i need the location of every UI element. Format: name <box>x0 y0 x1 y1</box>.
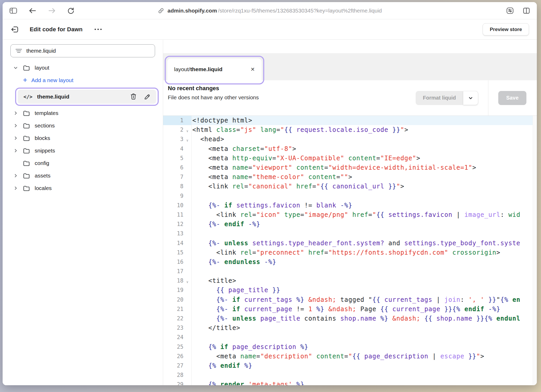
code-content: {% endif %} <box>191 362 252 369</box>
page-title: Edit code for Dawn <box>30 26 83 33</box>
code-content: {%- endunless -%} <box>191 258 276 266</box>
editor-scrollbar[interactable] <box>533 116 537 385</box>
sidebar-item-layout[interactable]: layout <box>3 62 163 74</box>
line-number: 22 <box>163 315 183 322</box>
chevron-right-icon <box>13 148 18 153</box>
code-content: {%- if current_page != 1 %} &ndash; Page… <box>191 305 500 313</box>
code-line: 19 {{ page_title }} <box>163 285 537 295</box>
code-line: 29 {% render 'meta-tags' %} <box>163 380 537 385</box>
line-number: 15 <box>163 249 183 256</box>
sidebar-item-blocks[interactable]: blocks <box>3 132 163 144</box>
more-options-icon[interactable] <box>95 29 102 30</box>
line-number: 13 <box>163 230 183 237</box>
fold-spacer <box>183 223 191 225</box>
file-search[interactable] <box>10 44 155 57</box>
line-number: 18 <box>163 278 183 284</box>
code-content: {{ page_title }} <box>191 286 280 294</box>
fold-spacer <box>183 185 191 187</box>
code-line: 6 <meta name="viewport" content="width=d… <box>163 163 537 172</box>
url-host: admin.shopify.com <box>168 8 217 14</box>
sidebar-item-templates[interactable]: templates <box>3 107 163 119</box>
code-line: 18∨ <title> <box>163 276 537 285</box>
status-subtitle: File does not have any other versions <box>168 94 259 101</box>
close-icon[interactable]: ✕ <box>250 66 255 72</box>
sidebar-item-config[interactable]: config <box>3 157 163 169</box>
sidebar-item-label: blocks <box>35 135 50 141</box>
code-line: 23 </title> <box>163 323 537 333</box>
fold-spacer <box>183 365 191 367</box>
save-button[interactable]: Save <box>498 91 526 105</box>
code-content: {%- unless page_title contains shop.name… <box>191 315 520 322</box>
code-line: 3∨ <head> <box>163 134 537 144</box>
sidebar-item-locales[interactable]: locales <box>3 182 163 194</box>
folder-icon <box>23 110 30 116</box>
code-content: <head> <box>191 136 224 143</box>
fold-spacer <box>183 355 191 357</box>
add-new-layout-link[interactable]: + Add a new layout <box>3 74 163 87</box>
split-view-icon[interactable] <box>523 7 530 14</box>
reload-icon[interactable] <box>67 7 75 14</box>
sidebar-item-sections[interactable]: sections <box>3 119 163 132</box>
browser-settings-icon[interactable] <box>506 7 514 14</box>
forward-icon[interactable] <box>48 7 56 14</box>
code-line: 21 {%- if current_page != 1 %} &ndash; P… <box>163 304 537 314</box>
line-number: 17 <box>163 268 183 274</box>
selected-file-label: theme.liquid <box>37 94 69 100</box>
fold-arrow-icon[interactable]: ∨ <box>183 127 191 133</box>
file-sidebar: layout + Add a new layout </> theme.liqu… <box>3 40 163 385</box>
exit-icon[interactable] <box>10 25 19 34</box>
line-number: 26 <box>163 353 183 359</box>
fold-spacer <box>183 383 191 385</box>
toolbar-divider <box>488 80 488 115</box>
line-number: 9 <box>163 193 183 199</box>
folder-icon <box>23 135 30 141</box>
format-liquid-dropdown[interactable] <box>463 91 478 105</box>
line-number: 1 <box>163 117 183 124</box>
sidebar-item-theme-liquid[interactable]: </> theme.liquid <box>18 90 156 104</box>
fold-arrow-icon[interactable]: ∨ <box>183 136 191 142</box>
sidebar-item-assets[interactable]: assets <box>3 169 163 182</box>
sidebar-item-label: snippets <box>35 148 55 154</box>
fold-spacer <box>183 270 191 272</box>
line-number: 2 <box>163 127 183 133</box>
back-icon[interactable] <box>29 7 36 14</box>
code-line: 4 <meta charset="utf-8"> <box>163 144 537 154</box>
fold-spacer <box>183 119 191 121</box>
code-line: 10 {%- if settings.favicon != blank -%} <box>163 201 537 210</box>
fold-spacer <box>183 327 191 329</box>
fold-arrow-icon[interactable]: ∨ <box>183 278 191 284</box>
fold-spacer <box>183 308 191 310</box>
tab-layout-theme-liquid[interactable]: layout/theme.liquid ✕ <box>167 58 262 80</box>
fold-spacer <box>183 317 191 320</box>
format-liquid-button[interactable]: Format liquid <box>416 91 463 105</box>
code-line: 1<!doctype html> <box>163 116 537 125</box>
line-number: 8 <box>163 183 183 189</box>
selected-file-wrap: </> theme.liquid <box>16 89 158 105</box>
code-line: 17 <box>163 267 537 276</box>
address-bar[interactable]: admin.shopify.com/store/rzq1xu-f5/themes… <box>158 2 382 19</box>
code-content: <link rel="preconnect" href="https://fon… <box>191 249 500 256</box>
preview-store-button[interactable]: Preview store <box>483 23 529 36</box>
code-content: <meta http-equiv="X-UA-Compatible" conte… <box>191 155 420 162</box>
sidebar-item-label: sections <box>35 123 55 129</box>
line-number: 3 <box>163 136 183 142</box>
folder-icon <box>23 160 30 166</box>
fold-spacer <box>183 261 191 263</box>
code-line: 15 <link rel="preconnect" href="https://… <box>163 248 537 257</box>
line-number: 23 <box>163 325 183 331</box>
sidebar-item-label: templates <box>35 110 58 116</box>
code-content: <link rel="canonical" href="{{ canonical… <box>191 183 404 190</box>
code-editor[interactable]: 1<!doctype html>2∨<html class="js" lang=… <box>163 116 537 385</box>
line-number: 21 <box>163 306 183 312</box>
line-number: 16 <box>163 259 183 265</box>
delete-icon[interactable] <box>130 93 137 100</box>
code-line: 7 <meta name="theme-color" content=""> <box>163 172 537 182</box>
sidebar-item-snippets[interactable]: snippets <box>3 144 163 157</box>
search-input[interactable] <box>26 48 150 54</box>
sidebar-item-label: config <box>35 160 49 166</box>
sidebar-toggle-icon[interactable] <box>9 7 17 14</box>
fold-spacer <box>183 289 191 291</box>
rename-icon[interactable] <box>144 94 150 100</box>
app-header: Edit code for Dawn Preview store <box>3 19 537 40</box>
code-content: </title> <box>191 324 240 332</box>
